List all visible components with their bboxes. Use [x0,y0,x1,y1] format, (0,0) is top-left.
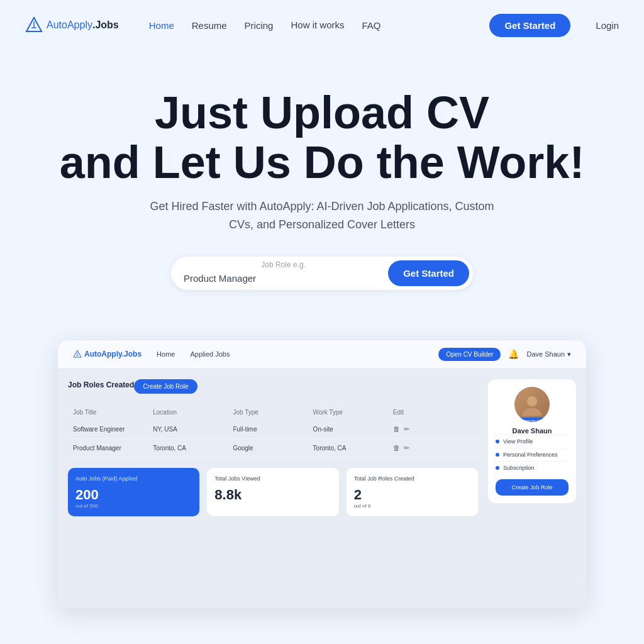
hero-subtitle: Get Hired Faster with AutoApply: AI-Driv… [146,197,498,234]
col-job-type: Job Type [233,409,313,416]
user-menu-preferences[interactable]: Personal Preferences [496,448,569,461]
table-header: Job Title Location Job Type Work Type Ed… [68,405,478,420]
user-name: Dave Shaun [496,427,569,435]
row2-edit-icon[interactable]: ✏ [404,444,409,452]
dash-user-menu[interactable]: Dave Shaun ▾ [526,350,571,358]
svg-point-6 [527,396,537,406]
dashboard-create-job-role-button[interactable]: Create Job Role [134,379,197,394]
nav-pricing[interactable]: Pricing [245,20,274,31]
hero-title-line2: and Let Us Do the Work! [60,137,585,187]
dash-cv-builder-button[interactable]: Open CV Builder [438,348,501,361]
hero-title: Just Upload CV and Let Us Do the Work! [60,88,585,187]
menu-preferences-label: Personal Preferences [503,452,558,458]
search-get-started-button[interactable]: Get Started [388,260,469,286]
menu-dot-icon [496,453,499,457]
hero-section: Just Upload CV and Let Us Do the Work! G… [0,50,644,315]
logo[interactable]: AutoApply.Jobs [25,16,119,34]
stat-applied: Auto Jobs (Paid) Applied 200 out of 500 [68,468,199,516]
logo-jobs: Jobs [95,19,118,30]
dashboard-stats: Auto Jobs (Paid) Applied 200 out of 500 … [68,468,478,516]
dashboard-main: Job Roles Created Create Job Role Job Ti… [68,379,478,598]
dash-logo: AutoApply.Jobs [73,350,142,358]
table-row: Software Engineer NY, USA Full-time On-s… [68,420,478,439]
nav-resume[interactable]: Resume [192,20,227,31]
stat-roles-value: 2 [354,487,470,503]
nav-how-it-works[interactable]: How it works [291,19,344,31]
dash-user-chevron-icon: ▾ [567,350,571,358]
user-profile-card: Premium User Dave Shaun View Profile Per… [488,379,576,503]
dashboard-content: Job Roles Created Create Job Role Job Ti… [58,369,586,608]
row1-job-type: Full-time [233,426,313,433]
stat-applied-value: 200 [75,487,192,503]
stat-viewed: Total Jobs Viewed 8.8k [207,468,338,516]
row2-actions: 🗑 ✏ [393,444,473,452]
stat-viewed-value: 8.8k [214,487,331,503]
nav-home[interactable]: Home [149,20,174,31]
user-avatar-image [514,387,550,422]
row2-delete-icon[interactable]: 🗑 [393,444,400,452]
stat-applied-title: Auto Jobs (Paid) Applied [75,475,192,482]
nav-login[interactable]: Login [596,20,619,31]
dash-nav-home[interactable]: Home [157,350,175,358]
dash-bell-icon[interactable]: 🔔 [508,349,519,359]
search-input[interactable] [184,270,383,286]
dashboard-preview: AutoApply.Jobs Home Applied Jobs Open CV… [58,340,586,608]
stat-roles-sub: out of 6 [354,503,470,509]
menu-dot-icon [496,440,499,443]
user-avatar: Premium User [514,387,550,422]
dash-user-name: Dave Shaun [526,350,565,358]
nav-links: Home Resume Pricing How it works FAQ [149,19,470,31]
row2-location: Toronto, CA [153,445,233,452]
profile-create-role-button[interactable]: Create Job Role [496,479,569,496]
nav-get-started-button[interactable]: Get Started [489,14,570,37]
dashboard-section-title: Job Roles Created [68,380,134,389]
row1-work-type: On-site [313,426,393,433]
menu-view-profile-label: View Profile [503,438,533,445]
search-placeholder-label: Job Role e.g. [184,260,383,269]
col-work-type: Work Type [313,409,393,416]
stat-applied-sub: out of 500 [75,503,192,509]
search-bar: Job Role e.g. Get Started [171,257,473,290]
dash-nav-applied-jobs[interactable]: Applied Jobs [190,350,230,358]
logo-auto: AutoApply [47,19,92,30]
row2-work-type: Toronto, CA [313,445,393,452]
dashboard-nav: AutoApply.Jobs Home Applied Jobs Open CV… [58,340,586,369]
dash-logo-text: AutoApply.Jobs [84,350,142,358]
premium-badge: Premium User [514,418,550,422]
logo-icon [25,16,43,34]
row1-edit-icon[interactable]: ✏ [404,425,409,433]
user-menu-view-profile[interactable]: View Profile [496,435,569,448]
table-row: Product Manager Toronto, CA Google Toron… [68,439,478,458]
row1-actions: 🗑 ✏ [393,425,473,433]
user-menu-subscription[interactable]: Subscription [496,461,569,474]
menu-subscription-label: Subscription [503,465,535,471]
col-edit: Edit [393,409,473,416]
dashboard-inner: AutoApply.Jobs Home Applied Jobs Open CV… [58,340,586,608]
row1-location: NY, USA [153,426,233,433]
col-job-title: Job Title [73,409,153,416]
nav-faq[interactable]: FAQ [362,20,380,31]
hero-title-line1: Just Upload CV [155,87,489,138]
row2-title: Product Manager [73,445,153,452]
stat-roles-title: Total Job Roles Created [354,475,470,482]
dashboard-right-panel: Premium User Dave Shaun View Profile Per… [488,379,576,598]
stat-viewed-title: Total Jobs Viewed [214,475,331,482]
row1-delete-icon[interactable]: 🗑 [393,425,400,433]
logo-text: AutoApply.Jobs [47,19,119,31]
dash-nav-right: Open CV Builder 🔔 Dave Shaun ▾ [438,348,571,361]
row1-title: Software Engineer [73,426,153,433]
stat-roles: Total Job Roles Created 2 out of 6 [347,468,478,516]
col-location: Location [153,409,233,416]
navbar: AutoApply.Jobs Home Resume Pricing How i… [0,0,644,50]
menu-dot-icon [496,466,499,470]
search-input-wrapper: Job Role e.g. [184,260,383,286]
row2-job-type: Google [233,445,313,452]
